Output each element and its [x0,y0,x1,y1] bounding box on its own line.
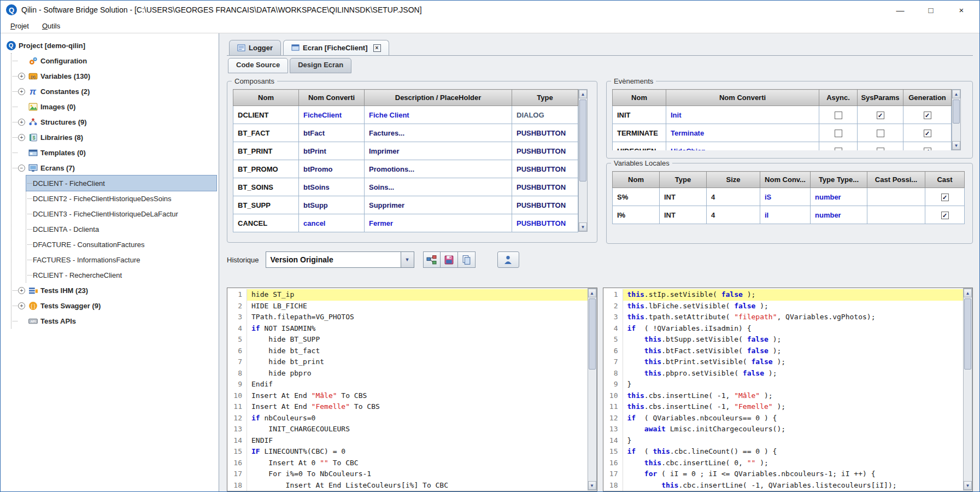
scroll-up-icon[interactable]: ▲ [964,289,972,297]
code-line-2[interactable]: 2this.lbFiche.setVisible( false ); [603,301,964,312]
code-text[interactable]: this.btSupp.setVisible( false ); [623,334,964,345]
column-header-nom[interactable]: Nom [613,90,666,106]
generated-code-panel[interactable]: 1this.stIp.setVisible( false );2this.lbF… [603,288,973,491]
scroll-thumb[interactable] [964,298,971,370]
chevron-down-icon[interactable]: ▼ [401,252,414,267]
column-header-nom-converti[interactable]: Nom Converti [666,90,819,106]
code-text[interactable]: if NOT ISADMIN% [247,323,588,335]
code-line-17[interactable]: 17 For i%=0 To NbCouleurs-1 [227,468,588,480]
tree-item-images-0[interactable]: Images (0) [11,99,216,114]
code-line-4[interactable]: 4if ( !QVariables.iIsadmin) { [603,323,964,335]
expand-toggle-icon[interactable]: + [18,88,25,95]
column-header-async[interactable]: Async. [819,90,858,106]
column-header-type[interactable]: Type [660,172,707,188]
tree-item-tests-apis[interactable]: APITests APIs [11,313,216,329]
code-text[interactable]: this.btPrint.setVisible( false ); [623,356,964,368]
code-text[interactable]: hide ST_ip [247,289,588,301]
tree-item-dclient3-ficheclienthistoriquedelafactur[interactable]: DCLIENT3 - FicheClientHistoriqueDeLaFact… [26,206,216,221]
column-header-cast-possi[interactable]: Cast Possi... [867,172,925,188]
expand-toggle-icon[interactable]: + [18,287,25,294]
code-text[interactable]: this.tpath.setAttribute( "filepath", QVa… [623,312,964,323]
scroll-down-icon[interactable]: ▼ [964,481,972,490]
code-line-5[interactable]: 5 hide BT_SUPP [227,334,588,345]
scroll-up-icon[interactable]: ▲ [588,289,596,297]
composant-row-bt-soins[interactable]: BT_SOINSbtSoinsSoins...PUSHBUTTON [233,178,578,196]
composants-scrollbar[interactable]: ▲▼ [578,89,588,232]
code-line-5[interactable]: 5 this.btSupp.setVisible( false ); [603,334,964,345]
code-line-13[interactable]: 13 INIT_CHARGECOULEURS [227,424,588,435]
async-checkbox[interactable] [835,130,842,137]
composant-row-bt-fact[interactable]: BT_FACTbtFactFactures...PUSHBUTTON [233,124,578,142]
scroll-thumb[interactable] [953,99,960,124]
code-text[interactable]: if ( this.cbc.lineCount() == 0 ) { [623,446,964,458]
code-text[interactable]: this.btFact.setVisible( false ); [623,345,964,357]
code-text[interactable]: for ( iI = 0 ; iI <= QVariables.nbcouleu… [623,468,964,480]
column-header-generation[interactable]: Generation [903,90,952,106]
expand-toggle-icon[interactable]: + [18,302,25,309]
menu-projet[interactable]: Projet [5,20,34,32]
code-text[interactable]: TPath.filepath=VG_PHOTOS [247,312,588,323]
code-text[interactable]: } [623,435,964,447]
code-line-14[interactable]: 14ENDIF [227,435,588,447]
code-text[interactable]: this.lbFiche.setVisible( false ); [623,301,964,312]
code-line-10[interactable]: 10this.cbs.insertLine( -1, "Mâle" ); [603,390,964,402]
tree-item-dfacture-consultationfactures[interactable]: DFACTURE - ConsultationFactures [26,237,216,252]
column-header-description-placeholder[interactable]: Description / PlaceHolder [365,90,512,106]
code-line-15[interactable]: 15IF LINECOUNT%(CBC) = 0 [227,446,588,458]
code-line-9[interactable]: 9} [603,379,964,390]
source-code-scrollbar[interactable]: ▲▼ [588,288,597,490]
column-header-nom[interactable]: Nom [233,90,299,106]
code-line-18[interactable]: 18 Insert At End ListeCouleurs[i%] To CB… [227,480,588,491]
code-text[interactable]: this.cbc.insertLine( -1, QVariables.list… [623,480,964,491]
code-text[interactable]: IF LINECOUNT%(CBC) = 0 [247,446,588,458]
tree-item-ecrans-7[interactable]: −Ecrans (7) [11,160,216,175]
composant-row-bt-print[interactable]: BT_PRINTbtPrintImprimerPUSHBUTTON [233,142,578,160]
code-line-11[interactable]: 11Insert At End "Femelle" To CBS [227,401,588,413]
code-line-3[interactable]: 3this.tpath.setAttribute( "filepath", QV… [603,312,964,323]
save-version-button[interactable] [441,251,458,268]
code-line-1[interactable]: 1this.stIp.setVisible( false ); [603,289,964,301]
tab-code-source[interactable]: Code Source [228,58,288,73]
event-row-hidechien[interactable]: HIDECHIENHideChien✓ [613,142,952,151]
code-text[interactable]: hide BT_SUPP [247,334,588,345]
column-header-nom[interactable]: Nom [613,172,660,188]
generated-code-scrollbar[interactable]: ▲▼ [963,288,972,490]
code-line-17[interactable]: 17 for ( iI = 0 ; iI <= QVariables.nbcou… [603,468,964,480]
scroll-thumb[interactable] [589,298,596,370]
column-header-type[interactable]: Type [512,90,578,106]
code-text[interactable]: this.cbs.insertLine( -1, "Femelle" ); [623,401,964,413]
historique-version-select[interactable]: Version Originale ▼ [266,251,414,268]
code-text[interactable]: this.pbpro.setVisible( false ); [623,368,964,379]
code-text[interactable]: Insert At 0 "" To CBC [247,458,588,469]
code-text[interactable]: Insert At End "Mâle" To CBS [247,390,588,402]
code-text[interactable]: if ( !QVariables.iIsadmin) { [623,323,964,335]
sysparams-checkbox[interactable] [877,148,884,150]
generate-user-button[interactable] [497,251,519,268]
code-line-2[interactable]: 2HIDE LB_FICHE [227,301,588,312]
column-header-size[interactable]: Size [707,172,760,188]
tab-logger[interactable]: Logger [229,40,281,55]
evenements-scrollbar[interactable]: ▲▼ [952,89,961,150]
code-text[interactable]: if nbCouleurs=0 [247,413,588,424]
event-row-init[interactable]: INITInit✓✓ [613,106,952,124]
copy-version-button[interactable] [458,251,476,268]
expand-toggle-icon[interactable]: + [18,73,25,80]
composant-row-cancel[interactable]: CANCELcancelFermerPUSHBUTTON [233,214,578,232]
composant-row-bt-promo[interactable]: BT_PROMObtPromoPromotions...PUSHBUTTON [233,160,578,178]
tree-item-structures-9[interactable]: +Structures (9) [11,114,216,130]
tree-item-dclienta-dclienta[interactable]: DCLIENTA - Dclienta [26,221,216,237]
code-text[interactable]: HIDE LB_FICHE [247,301,588,312]
tree-item-templates-0[interactable]: Templates (0) [11,145,216,160]
tree-item-tests-ihm-23[interactable]: +Tests IHM (23) [11,283,216,298]
variable-row-i[interactable]: I%INT4iInumber✓ [613,206,965,224]
code-line-15[interactable]: 15if ( this.cbc.lineCount() == 0 ) { [603,446,964,458]
code-text[interactable]: await Lmisc.initChargecouleurs(); [623,424,964,435]
variable-row-s[interactable]: S%INT4iSnumber✓ [613,188,965,206]
code-text[interactable]: } [623,379,964,390]
source-code-panel[interactable]: 1hide ST_ip2HIDE LB_FICHE3TPath.filepath… [227,288,597,491]
code-line-12[interactable]: 12if nbCouleurs=0 [227,413,588,424]
code-line-16[interactable]: 16 Insert At 0 "" To CBC [227,458,588,469]
code-line-8[interactable]: 8 hide pbpro [227,368,588,379]
cast-checkbox[interactable]: ✓ [941,194,949,201]
code-text[interactable]: hide pbpro [247,368,588,379]
